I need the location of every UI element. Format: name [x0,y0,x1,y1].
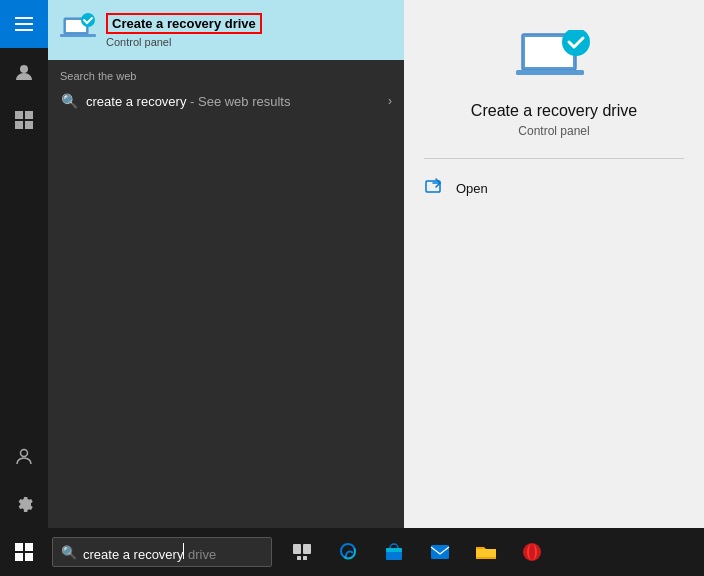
svg-rect-20 [303,556,307,560]
taskbar-search-box[interactable]: 🔍 create a recovery drive [52,537,272,567]
taskbar-search-text: create a recovery drive [83,543,263,562]
svg-rect-3 [15,121,23,129]
top-result-subtitle: Control panel [106,36,392,48]
right-panel-subtitle: Control panel [518,124,589,138]
svg-rect-19 [297,556,301,560]
taskbar-store[interactable] [372,528,416,576]
svg-rect-22 [386,548,402,552]
svg-point-0 [20,65,28,73]
search-web-suffix: - See web results [186,94,290,109]
svg-rect-9 [60,34,96,37]
top-result-app-icon [60,12,96,48]
svg-point-5 [21,450,28,457]
taskbar: 🔍 create a recovery drive [0,528,704,576]
sidebar-icon-user[interactable] [0,48,48,96]
search-web-query: create a recovery [86,94,186,109]
svg-rect-4 [25,121,33,129]
right-panel-app-icon [514,30,594,90]
taskbar-file-explorer[interactable] [464,528,508,576]
right-panel: Create a recovery drive Control panel Op… [404,0,704,528]
taskbar-search-icon: 🔍 [61,545,77,560]
taskbar-search-ghost: drive [184,547,216,562]
open-action-icon [424,177,446,199]
taskbar-start-button[interactable] [0,528,48,576]
svg-rect-17 [293,544,301,554]
search-web-icon: 🔍 [60,93,78,109]
start-button[interactable] [0,0,48,48]
sidebar-icon-account[interactable] [0,432,48,480]
start-menu: Create a recovery drive Control panel Se… [48,0,404,528]
top-result-item[interactable]: Create a recovery drive Control panel [48,0,404,60]
taskbar-mail[interactable] [418,528,462,576]
top-result-title: Create a recovery drive [106,13,262,34]
right-panel-title: Create a recovery drive [471,102,637,120]
right-panel-open-action[interactable]: Open [424,173,684,203]
sidebar-icon-settings[interactable] [0,480,48,528]
taskbar-apps [280,528,554,576]
hamburger-icon [15,17,33,31]
taskbar-search-query: create a recovery [83,547,183,562]
svg-rect-13 [516,70,584,75]
chevron-right-icon: › [388,94,392,108]
taskbar-edge[interactable] [326,528,370,576]
windows-logo-icon [15,543,33,561]
taskbar-task-view[interactable] [280,528,324,576]
sidebar-icon-tiles[interactable] [0,96,48,144]
search-web-item[interactable]: 🔍 create a recovery - See web results › [60,88,392,114]
svg-rect-23 [431,545,449,559]
svg-rect-2 [25,111,33,119]
open-action-label: Open [456,181,488,196]
taskbar-opera[interactable] [510,528,554,576]
svg-rect-1 [15,111,23,119]
search-web-section: Search the web 🔍 create a recovery - See… [48,60,404,118]
right-panel-divider [424,158,684,159]
top-result-info: Create a recovery drive Control panel [106,13,392,48]
svg-rect-18 [303,544,311,554]
svg-point-26 [529,544,535,560]
sidebar [0,0,48,576]
search-web-text: create a recovery - See web results [86,94,376,109]
search-web-label: Search the web [60,70,392,82]
